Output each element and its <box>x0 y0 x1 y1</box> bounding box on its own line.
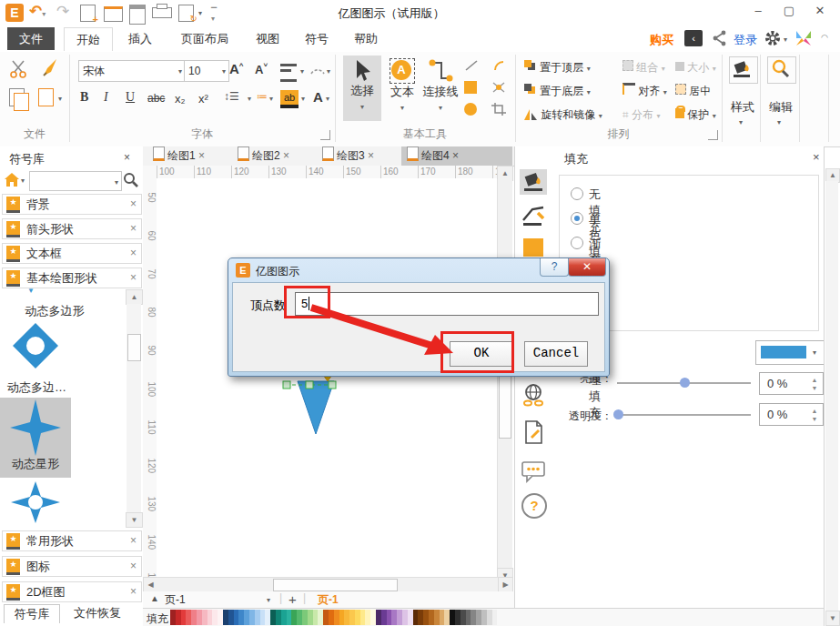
library-item-basic-shapes[interactable]: ★基本绘图形状× <box>2 268 142 288</box>
doc-tab-close-icon[interactable]: × <box>368 149 374 162</box>
spin-down-icon[interactable]: ▼ <box>808 416 821 422</box>
spin-up-icon[interactable]: ▲ <box>808 377 821 383</box>
sidebar-tab-symbol-library[interactable]: 符号库 <box>4 604 60 623</box>
arc-tool-icon[interactable] <box>491 59 506 72</box>
font-color-button[interactable]: A <box>313 89 323 105</box>
share-folder-icon[interactable]: ‹ <box>684 30 703 46</box>
canvas-hscrollbar-thumb[interactable] <box>273 579 398 591</box>
send-to-back-button[interactable]: 置于底层 ▾ <box>524 81 591 101</box>
paste-dropdown-icon[interactable]: ▾ <box>58 96 62 103</box>
search-icon[interactable] <box>122 171 140 189</box>
style-button[interactable] <box>729 56 758 84</box>
doc-tab-3[interactable]: 绘图3 × <box>317 146 380 166</box>
subscript-button[interactable]: x₂ <box>175 92 186 106</box>
size-button[interactable]: 大小 ▾ <box>675 57 716 77</box>
style-dropdown-icon[interactable]: ▾ <box>739 119 743 126</box>
gallery-shape-dynamic-star2[interactable] <box>11 481 60 523</box>
brightness-spinner[interactable]: 0 %▲▼ <box>759 372 824 395</box>
library-item-text-box[interactable]: ★文本框× <box>2 243 142 264</box>
page-select-dropdown-icon[interactable]: ▾ <box>267 597 270 604</box>
library-item-arrow-shapes[interactable]: ★箭头形状× <box>2 218 142 239</box>
quick-color-palette[interactable] <box>170 610 500 625</box>
line-spacing-dropdown-icon[interactable]: ▾ <box>248 96 251 103</box>
strikethrough-button[interactable]: abc <box>147 92 165 105</box>
text-tool-button[interactable]: A 文本 ▾ <box>385 56 420 121</box>
shadow-panel-icon[interactable] <box>523 238 543 257</box>
opacity-spinner[interactable]: 0 %▲▼ <box>759 403 824 426</box>
hyperlink-panel-icon[interactable] <box>520 382 547 408</box>
tab-help[interactable]: 帮助 <box>342 27 390 50</box>
dialog-close-button[interactable]: ✕ <box>568 258 606 277</box>
doc-tab-2[interactable]: 绘图2 × <box>232 146 295 166</box>
tab-view[interactable]: 视图 <box>244 27 291 50</box>
group-button[interactable]: 组合 ▾ <box>622 57 665 77</box>
dialog-help-button[interactable]: ? <box>540 258 569 277</box>
gallery-scroll-up-icon[interactable]: ▲ <box>126 289 143 305</box>
text-arc-icon[interactable] <box>309 63 326 76</box>
note-panel-icon[interactable] <box>520 419 547 444</box>
shrink-font-button[interactable]: A˅ <box>255 61 268 76</box>
doc-tab-close-icon[interactable]: × <box>198 149 205 162</box>
tab-file[interactable]: 文件 <box>7 27 55 50</box>
page-select[interactable]: 页-1 <box>165 592 186 608</box>
share-icon[interactable] <box>712 29 728 47</box>
center-button[interactable]: 居中 <box>675 81 711 101</box>
maximize-button[interactable]: ▢ <box>775 0 803 22</box>
library-search-input[interactable]: ▾ <box>29 171 122 191</box>
login-link[interactable]: 登录 <box>734 32 757 48</box>
bold-button[interactable]: B <box>80 90 88 105</box>
gear-dropdown-icon[interactable]: ▾ <box>784 36 787 44</box>
font-name-select[interactable]: 宋体▾ <box>78 60 186 82</box>
fill-panel-close-icon[interactable]: × <box>813 150 820 164</box>
tab-home[interactable]: 开始 <box>64 27 113 51</box>
tab-symbols[interactable]: 符号 <box>293 27 340 50</box>
brightness-slider-thumb[interactable] <box>680 378 690 388</box>
italic-button[interactable]: I <box>104 90 108 105</box>
edit-button[interactable] <box>767 56 796 84</box>
pagebar-collapse-icon[interactable]: ▲ <box>150 593 159 603</box>
library-item-2d-blocks[interactable]: ★2D框图× <box>2 581 142 602</box>
pinwheel-logo-icon[interactable] <box>794 28 814 48</box>
panel-scroll-down-icon[interactable]: ▼ <box>825 611 840 626</box>
gallery-shape-dynamic-star-selected[interactable]: 动态星形 <box>0 398 71 478</box>
cancel-button[interactable]: Cancel <box>524 341 588 367</box>
line-tool-icon[interactable] <box>464 59 479 72</box>
align-text-icon[interactable] <box>280 64 297 82</box>
paste-button[interactable] <box>38 88 54 106</box>
cut-button[interactable] <box>7 59 31 81</box>
help-panel-icon[interactable]: ? <box>521 493 547 519</box>
spin-up-icon[interactable]: ▲ <box>808 408 821 414</box>
format-painter-icon[interactable] <box>38 57 60 79</box>
rectangle-tool-icon[interactable] <box>464 81 477 94</box>
underline-button[interactable]: U <box>126 90 135 105</box>
collapse-ribbon-icon[interactable]: ◠ <box>821 33 828 42</box>
line-spacing-button[interactable]: ↕☰ <box>224 90 239 103</box>
radio-selected-icon[interactable] <box>571 212 583 225</box>
highlight-dropdown-icon[interactable]: ▾ <box>301 96 305 103</box>
vertex-count-input[interactable]: 5 <box>295 292 599 316</box>
font-dialog-launcher-icon[interactable] <box>320 130 330 140</box>
fill-panel-icon[interactable] <box>520 169 547 195</box>
ellipse-tool-icon[interactable] <box>464 103 477 116</box>
rotate-mirror-button[interactable]: 旋转和镜像 ▾ <box>524 105 602 125</box>
close-button[interactable]: ✕ <box>806 0 834 22</box>
crop-tool-icon[interactable] <box>491 103 506 116</box>
minimize-button[interactable]: – <box>744 0 772 22</box>
arrange-dialog-launcher-icon[interactable] <box>708 130 718 140</box>
align-dropdown-icon[interactable]: ▾ <box>300 68 304 76</box>
arc-dropdown-icon[interactable]: ▾ <box>327 68 330 76</box>
spin-down-icon[interactable]: ▼ <box>808 385 821 391</box>
bullet-dropdown-icon[interactable]: ▾ <box>269 96 273 103</box>
doc-tab-close-icon[interactable]: × <box>452 149 459 162</box>
doc-tab-1[interactable]: 绘图1 × <box>147 146 210 166</box>
library-item-icons[interactable]: ★图标× <box>2 556 142 577</box>
page-tab-active[interactable]: 页-1 <box>318 592 339 608</box>
doc-tab-4-active[interactable]: 绘图4 × <box>401 146 512 166</box>
palette-swatch[interactable] <box>492 610 498 625</box>
opacity-slider[interactable] <box>617 414 751 416</box>
bullet-list-button[interactable]: ≔ <box>257 90 268 103</box>
library-close-icon[interactable]: × <box>130 244 137 263</box>
canvas-shape-triangle[interactable] <box>278 371 350 439</box>
line-style-panel-icon[interactable] <box>520 204 547 229</box>
superscript-button[interactable]: x² <box>198 92 208 106</box>
